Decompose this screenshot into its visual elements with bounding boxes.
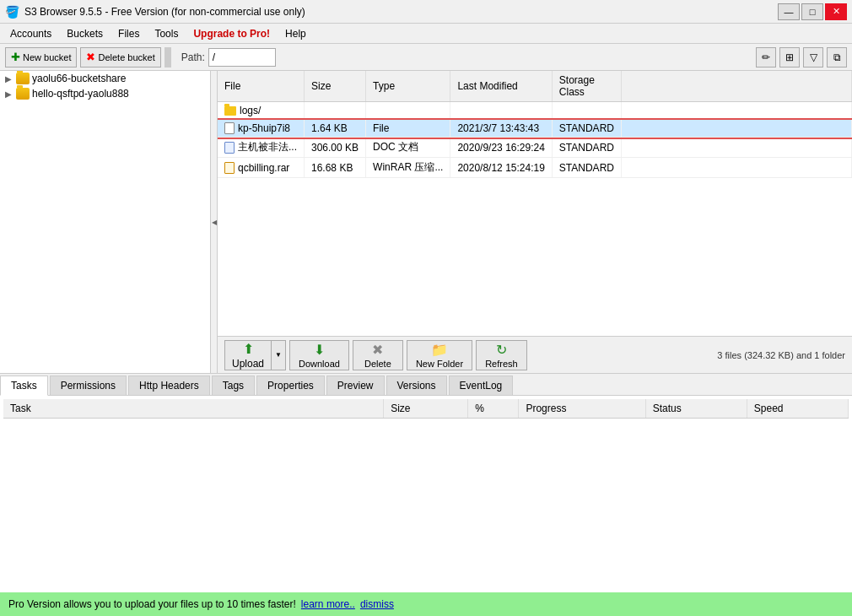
file-icon bbox=[224, 122, 235, 134]
grid-button[interactable]: ⊞ bbox=[779, 47, 800, 68]
title-bar-controls: — □ ✕ bbox=[778, 3, 847, 20]
app-title: S3 Browser 9.5.5 - Free Version (for non… bbox=[24, 6, 305, 18]
file-modified-cell: 2020/8/12 15:24:19 bbox=[450, 158, 552, 178]
delete-icon: ✖ bbox=[372, 342, 383, 358]
upload-dropdown-button[interactable]: ▼ bbox=[272, 340, 286, 370]
menu-accounts[interactable]: Accounts bbox=[3, 26, 58, 41]
maximize-button[interactable]: □ bbox=[801, 3, 823, 20]
file-table-container: File Size Type Last Modified Storage Cla… bbox=[218, 71, 852, 336]
tasks-col-status[interactable]: Status bbox=[645, 399, 747, 419]
delete-bucket-button[interactable]: ✖ Delete bucket bbox=[80, 47, 160, 68]
file-size-cell: 1.64 KB bbox=[305, 120, 366, 138]
filter-button[interactable]: ▽ bbox=[803, 47, 823, 68]
collapse-bar[interactable]: ◀ bbox=[211, 71, 218, 373]
delete-bucket-icon: ✖ bbox=[86, 51, 95, 63]
delete-button[interactable]: ✖ Delete bbox=[353, 340, 403, 370]
table-row[interactable]: 主机被非法...306.00 KBDOC 文档2020/9/23 16:29:2… bbox=[218, 138, 852, 158]
tasks-col-progress[interactable]: Progress bbox=[519, 399, 645, 419]
new-bucket-button[interactable]: ✚ New bucket bbox=[5, 47, 77, 68]
table-row[interactable]: qcbilling.rar16.68 KBWinRAR 压缩...2020/8/… bbox=[218, 158, 852, 178]
tasks-col-pct[interactable]: % bbox=[468, 399, 519, 419]
tab-tags[interactable]: Tags bbox=[212, 376, 255, 395]
col-size[interactable]: Size bbox=[305, 71, 366, 102]
tab-permissions[interactable]: Permissions bbox=[50, 376, 127, 395]
tab-http-headers[interactable]: Http Headers bbox=[128, 376, 210, 395]
title-bar: 🪣 S3 Browser 9.5.5 - Free Version (for n… bbox=[0, 0, 852, 24]
tab-properties[interactable]: Properties bbox=[256, 376, 325, 395]
toolbar: ✚ New bucket ✖ Delete bucket Path: ✏ ⊞ ▽… bbox=[0, 44, 852, 71]
menu-files[interactable]: Files bbox=[111, 26, 146, 41]
tab-preview[interactable]: Preview bbox=[326, 376, 385, 395]
status-text: 3 files (324.32 KB) and 1 folder bbox=[717, 350, 845, 360]
file-modified-cell bbox=[450, 102, 552, 120]
tasks-col-speed[interactable]: Speed bbox=[747, 399, 848, 419]
promo-dismiss[interactable]: dismiss bbox=[360, 598, 394, 610]
download-button[interactable]: ⬇ Download bbox=[289, 340, 349, 370]
file-modified-cell: 2021/3/7 13:43:43 bbox=[450, 120, 552, 138]
delete-bucket-label: Delete bucket bbox=[98, 52, 154, 62]
refresh-button[interactable]: ↻ Refresh bbox=[476, 340, 527, 370]
new-bucket-label: New bucket bbox=[23, 52, 71, 62]
tab-eventlog[interactable]: EventLog bbox=[449, 376, 514, 395]
file-size-cell: 16.68 KB bbox=[305, 158, 366, 178]
expand-icon-2: ▶ bbox=[3, 89, 13, 99]
folder-icon bbox=[224, 106, 236, 116]
new-folder-button[interactable]: 📁 New Folder bbox=[407, 340, 472, 370]
upload-button[interactable]: ⬆ Upload bbox=[224, 340, 272, 370]
tab-content-tasks: Task Size % Progress Status Speed bbox=[0, 396, 852, 592]
col-storage[interactable]: Storage Class bbox=[552, 71, 621, 102]
copy-button[interactable]: ⧉ bbox=[827, 47, 847, 68]
file-table-body: logs/kp-5huip7i81.64 KBFile2021/3/7 13:4… bbox=[218, 102, 852, 178]
download-label: Download bbox=[299, 359, 340, 369]
tasks-col-size[interactable]: Size bbox=[384, 399, 468, 419]
tree-item-bucket2[interactable]: ▶ hello-qsftpd-yaolu888 bbox=[0, 86, 210, 101]
col-type[interactable]: Type bbox=[366, 71, 450, 102]
file-size-cell: 306.00 KB bbox=[305, 138, 366, 158]
bucket-icon-1 bbox=[16, 73, 30, 84]
file-name-cell: kp-5huip7i8 bbox=[218, 120, 305, 138]
menu-upgrade[interactable]: Upgrade to Pro! bbox=[186, 26, 277, 41]
title-bar-left: 🪣 S3 Browser 9.5.5 - Free Version (for n… bbox=[5, 5, 305, 19]
file-storage-cell bbox=[552, 102, 621, 120]
file-size-cell bbox=[305, 102, 366, 120]
new-bucket-icon: ✚ bbox=[11, 51, 20, 63]
tasks-col-task[interactable]: Task bbox=[3, 399, 384, 419]
pencil-button[interactable]: ✏ bbox=[756, 47, 776, 68]
doc-icon bbox=[224, 142, 235, 154]
collapse-icon: ◀ bbox=[212, 219, 217, 226]
minimize-button[interactable]: — bbox=[778, 3, 800, 20]
menu-help[interactable]: Help bbox=[278, 26, 313, 41]
promo-text: Pro Version allows you to upload your fi… bbox=[8, 598, 296, 610]
upload-label: Upload bbox=[232, 358, 264, 370]
menu-buckets[interactable]: Buckets bbox=[60, 26, 110, 41]
file-name: logs/ bbox=[240, 105, 261, 116]
tasks-table-header: Task Size % Progress Status Speed bbox=[3, 399, 849, 419]
file-name: kp-5huip7i8 bbox=[238, 122, 290, 134]
menu-bar: Accounts Buckets Files Tools Upgrade to … bbox=[0, 24, 852, 44]
file-table-header: File Size Type Last Modified Storage Cla… bbox=[218, 71, 852, 102]
close-button[interactable]: ✕ bbox=[825, 3, 847, 20]
file-name-cell: qcbilling.rar bbox=[218, 158, 305, 178]
file-name-cell: logs/ bbox=[218, 102, 305, 120]
table-row[interactable]: logs/ bbox=[218, 102, 852, 120]
path-label: Path: bbox=[181, 51, 205, 63]
file-extra-cell bbox=[621, 102, 851, 120]
refresh-label: Refresh bbox=[485, 359, 518, 369]
left-panel: ▶ yaolu66-bucketshare ▶ hello-qsftpd-yao… bbox=[0, 71, 211, 373]
col-file[interactable]: File bbox=[218, 71, 305, 102]
file-storage-cell: STANDARD bbox=[552, 138, 621, 158]
bucket-icon-2 bbox=[16, 88, 30, 100]
col-lastmod[interactable]: Last Modified bbox=[450, 71, 552, 102]
menu-tools[interactable]: Tools bbox=[148, 26, 185, 41]
file-modified-cell: 2020/9/23 16:29:24 bbox=[450, 138, 552, 158]
app-icon: 🪣 bbox=[5, 5, 19, 19]
tab-versions[interactable]: Versions bbox=[386, 376, 447, 395]
promo-learn-more[interactable]: learn more.. bbox=[301, 598, 355, 610]
table-row[interactable]: kp-5huip7i81.64 KBFile2021/3/7 13:43:43S… bbox=[218, 120, 852, 138]
tab-tasks[interactable]: Tasks bbox=[0, 376, 48, 396]
right-panel: File Size Type Last Modified Storage Cla… bbox=[218, 71, 852, 373]
tree-item-bucket1[interactable]: ▶ yaolu66-bucketshare bbox=[0, 71, 210, 86]
upload-icon: ⬆ bbox=[243, 341, 254, 357]
rar-icon bbox=[224, 162, 235, 174]
path-input[interactable] bbox=[208, 48, 276, 67]
